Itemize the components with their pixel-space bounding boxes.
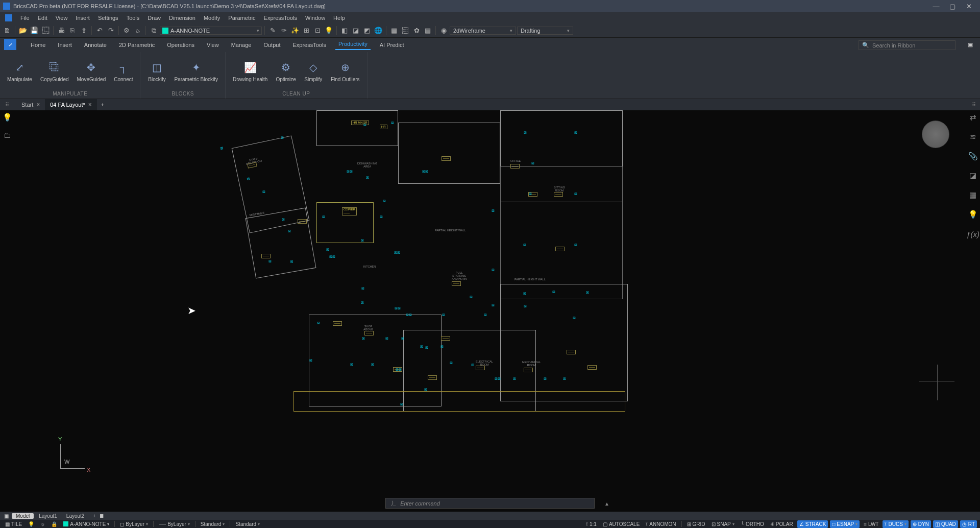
status-linetype[interactable]: ──ByLayer	[157, 520, 192, 528]
command-line[interactable]: ⟩_ Enter command ▲	[385, 498, 595, 509]
menu-parametric[interactable]: Parametric	[224, 15, 259, 21]
layer-dropdown[interactable]: A-ANNO-NOTE ▾	[160, 27, 262, 35]
menu-draw[interactable]: Draw	[143, 15, 165, 21]
status-snap[interactable]: ⊡ SNAP	[709, 520, 737, 528]
btn-drawinghealth[interactable]: 📈Drawing Health	[230, 52, 271, 90]
tab-home[interactable]: Home	[28, 40, 48, 50]
command-expand-icon[interactable]: ▲	[604, 500, 609, 506]
qat-cube3-icon[interactable]: ◩	[362, 26, 372, 36]
status-quad[interactable]: ◫ QUAD	[933, 520, 958, 528]
btn-optimize[interactable]: ⚙Optimize	[273, 52, 299, 90]
qat-globe-icon[interactable]: 🌐	[373, 26, 383, 36]
menu-edit[interactable]: Edit	[34, 15, 52, 21]
qat-cube1-icon[interactable]: ◧	[339, 26, 350, 36]
qat-light-icon[interactable]: 💡	[324, 26, 334, 36]
close-button[interactable]: ✕	[961, 1, 977, 11]
qat-sun-icon[interactable]: ☼	[133, 26, 143, 36]
status-layer[interactable]: A-ANNO-NOTE▾	[61, 520, 111, 528]
btn-blockify[interactable]: ◫Blockify	[144, 52, 169, 90]
status-esnap[interactable]: □ ESNAP	[830, 520, 860, 528]
status-annomon[interactable]: ⟟ ANNOMON	[644, 520, 678, 528]
status-annoscale[interactable]: ⟟ 1:1	[584, 520, 599, 528]
visualstyle-dropdown[interactable]: 2dWireframe ▾	[450, 27, 516, 35]
btn-connect[interactable]: ┐Connect	[111, 52, 136, 90]
qat-table-icon[interactable]: ▦	[389, 26, 399, 36]
drawing-tab-add[interactable]: +	[97, 99, 108, 110]
status-dimstyle[interactable]: Standard	[233, 520, 262, 528]
tips-icon[interactable]: 💡	[2, 112, 12, 123]
tab-aipredict[interactable]: AI Predict	[377, 40, 407, 50]
ribbon-expand-icon[interactable]: ▣	[965, 39, 976, 50]
qat-new-icon[interactable]: 🗎	[2, 26, 12, 36]
tab-manage[interactable]: Manage	[228, 40, 255, 50]
qat-match-icon[interactable]: ✎	[267, 26, 278, 36]
viewcube[interactable]	[922, 121, 949, 148]
qat-open-icon[interactable]: 📂	[18, 26, 28, 36]
qat-settings-icon[interactable]: ⚙	[121, 26, 132, 36]
tab-output[interactable]: Output	[260, 40, 283, 50]
menu-settings[interactable]: Settings	[94, 15, 122, 21]
qat-undo-icon[interactable]: ↶	[94, 26, 105, 36]
layout-tab-layout1[interactable]: Layout1	[35, 513, 61, 519]
btn-moveguided[interactable]: ✥MoveGuided	[74, 52, 109, 90]
minimize-button[interactable]: —	[928, 1, 944, 11]
right-layers-icon[interactable]: ≋	[968, 132, 978, 142]
qat-gear-icon[interactable]: ✿	[411, 26, 422, 36]
right-materials-icon[interactable]: ◪	[968, 171, 978, 181]
layout-tab-model[interactable]: Model	[12, 513, 34, 519]
status-tile[interactable]: ▦TILE	[3, 520, 24, 528]
close-icon[interactable]: ×	[88, 101, 92, 108]
menu-file[interactable]: File	[16, 15, 34, 21]
menu-modify[interactable]: Modify	[200, 15, 224, 21]
layout-tab-menu-icon[interactable]: ▣	[4, 513, 9, 519]
btn-copyguided[interactable]: ⿻CopyGuided	[37, 52, 72, 90]
menu-expresstools[interactable]: ExpressTools	[260, 15, 301, 21]
status-lock-icon[interactable]: 🔒	[49, 520, 59, 528]
layout-tab-layout2[interactable]: Layout2	[62, 513, 89, 519]
right-fx-icon[interactable]: ƒ(x)	[968, 229, 978, 239]
drawing-tab-04falayout[interactable]: 04 FA Layout* ×	[45, 99, 97, 110]
tab-insert[interactable]: Insert	[55, 40, 75, 50]
btn-findoutliers[interactable]: ⊕Find Outliers	[328, 52, 363, 90]
btn-manipulate[interactable]: ⤢Manipulate	[4, 52, 35, 90]
status-autoscale[interactable]: ▢ AUTOSCALE	[601, 520, 642, 528]
status-grid[interactable]: ⊞ GRID	[685, 520, 707, 528]
status-color[interactable]: ◻ByLayer	[118, 520, 150, 528]
qat-layers-icon[interactable]: ⧉	[149, 26, 159, 36]
tab-2dparametric[interactable]: 2D Parametric	[116, 40, 158, 50]
right-settings-icon[interactable]: ⇄	[968, 112, 978, 123]
qat-saveall-icon[interactable]: ⿺	[40, 26, 51, 36]
menu-view[interactable]: View	[52, 15, 72, 21]
qat-arr-icon[interactable]: ⿳	[400, 26, 410, 36]
tab-view[interactable]: View	[204, 40, 222, 50]
qat-publish-icon[interactable]: ⇪	[79, 26, 89, 36]
tab-expresstools[interactable]: ExpressTools	[289, 40, 329, 50]
status-rt[interactable]: ◷ RT	[960, 520, 977, 528]
qat-iso-icon[interactable]: ⊡	[312, 26, 323, 36]
close-icon[interactable]: ×	[36, 101, 40, 108]
drawing-tabs-handle[interactable]: ⠿	[5, 102, 9, 108]
status-strack[interactable]: ∠ STRACK	[797, 520, 828, 528]
status-sun-icon[interactable]: ☼	[38, 520, 47, 528]
app-logo[interactable]	[5, 14, 12, 21]
qat-redo-icon[interactable]: ↷	[106, 26, 116, 36]
btn-parametricblockify[interactable]: ✦Parametric Blockify	[171, 52, 221, 90]
menu-tools[interactable]: Tools	[122, 15, 144, 21]
drawing-tab-start[interactable]: Start ×	[16, 99, 45, 110]
status-lwt[interactable]: ≡ LWT	[862, 520, 880, 528]
qat-group-icon[interactable]: ⊞	[301, 26, 311, 36]
right-attach-icon[interactable]: 📎	[968, 151, 978, 161]
qat-printpreview-icon[interactable]: ⎘	[67, 26, 78, 36]
tab-operations[interactable]: Operations	[164, 40, 198, 50]
qat-render-icon[interactable]: ◉	[438, 26, 449, 36]
drawing-viewport[interactable]: 💡 🗀 ⇄ ≋ 📎 ◪ ▦ 💡 ƒ(x) HR MNGR HR ------ C…	[0, 110, 980, 512]
maximize-button[interactable]: ▢	[944, 1, 961, 11]
qat-print-icon[interactable]: 🖶	[56, 26, 66, 36]
tab-annotate[interactable]: Annotate	[81, 40, 110, 50]
qat-cube2-icon[interactable]: ◪	[351, 26, 361, 36]
status-dyn[interactable]: ⊕ DYN	[911, 520, 931, 528]
qat-save-icon[interactable]: 💾	[29, 26, 39, 36]
drawing-tabs-handle-right[interactable]: ⠿	[972, 102, 976, 108]
status-textstyle[interactable]: Standard	[199, 520, 227, 528]
layout-tab-list-icon[interactable]: ≣	[100, 513, 104, 519]
